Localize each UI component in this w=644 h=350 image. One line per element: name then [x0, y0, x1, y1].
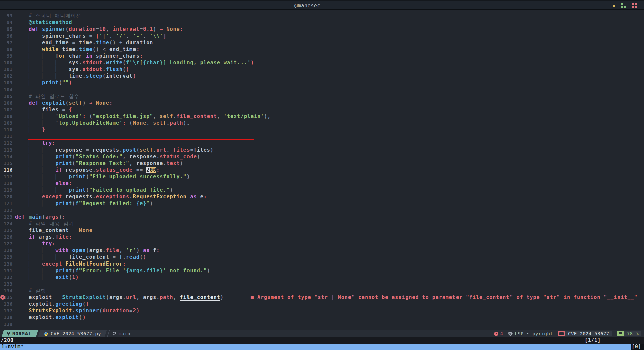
code-line[interactable]: 130 ▏ except FileNotFoundError: [0, 260, 644, 267]
code-line[interactable]: 129 ▏ ▏ ▏ file_content = f.read() [0, 254, 644, 260]
code-line[interactable]: 107 ▏ files = { [0, 106, 644, 113]
tmux-window-label: 1:nvim* [1, 344, 24, 350]
tmux-top-bar: @manesec [0, 0, 644, 10]
indent-guide: ▏ [29, 140, 32, 146]
indent-guide: ▏ [29, 66, 32, 72]
code-line[interactable]: 116 ▏ ▏ if response.status_code == 200: [0, 167, 644, 173]
diagnostic-error-sign-icon: × [0, 295, 5, 300]
code-line[interactable]: 115 ▏ ▏ print("Response Text:", response… [0, 160, 644, 167]
diagnostic-virtual-text: ■ Argument of type "str | None" cannot b… [251, 294, 638, 301]
code-line[interactable]: 135× exploit = StrutsExploit(args.url, a… [0, 294, 644, 301]
line-number: 127 [0, 240, 13, 247]
error-circle-icon: × [494, 332, 498, 336]
indent-guide: ▏ [42, 268, 45, 274]
code-line[interactable]: 119 ▏ ▏ ▏ print("Failed to upload file."… [0, 187, 644, 193]
code-line[interactable]: 122 [0, 207, 644, 214]
line-number: 93 [0, 12, 13, 19]
code-line[interactable]: 139 [0, 321, 644, 328]
line-number: 128 [0, 247, 13, 254]
code-line[interactable]: 101 ▏ ▏ ▏ sys.stdout.flush() [0, 66, 644, 73]
code-line[interactable]: 118 ▏ ▏ else: [0, 180, 644, 187]
tmux-window-active[interactable]: 1:nvim* [0, 344, 631, 350]
code-line[interactable]: 93 # 스피너 애니메이션 [0, 12, 644, 19]
code-text: if args.file: [15, 234, 72, 240]
line-number: 119 [0, 187, 13, 193]
code-line[interactable]: 100 ▏ ▏ ▏ sys.stdout.write(f'\r[{char}] … [0, 59, 644, 66]
code-text: def exploit(self) → None: [15, 100, 113, 106]
code-line[interactable]: 98 ▏ while time.time() < end_time: [0, 46, 644, 53]
tmux-session-title: @manesec [294, 3, 320, 9]
code-line[interactable]: 103 ▏ print("") [0, 79, 644, 86]
code-line[interactable]: 133 [0, 281, 644, 287]
indent-guide: ▏ [42, 120, 45, 126]
indent-guide: ▏ [29, 147, 32, 153]
code-line[interactable]: 114 ▏ ▏ print("Status Code:", response.s… [0, 153, 644, 160]
code-line[interactable]: 104 [0, 86, 644, 93]
line-number: 101 [0, 66, 13, 73]
code-line[interactable]: 126 if args.file: [0, 234, 644, 240]
line-number: 98 [0, 46, 13, 53]
indent-guide: ▏ [42, 187, 45, 193]
indent-guide: ▏ [29, 167, 32, 173]
code-line[interactable]: 110 ▏ } [0, 126, 644, 133]
code-line[interactable]: 105 # 파일 업로드 함수 [0, 93, 644, 100]
code-line[interactable]: 99 ▏ ▏ for char in spinner_chars: [0, 53, 644, 59]
code-line[interactable]: 124 # 파일 내용 읽기 [0, 220, 644, 227]
code-text: # 스피너 애니메이션 [15, 13, 82, 19]
code-area[interactable]: 93 # 스피너 애니메이션94 @staticmethod95 def spi… [0, 10, 644, 330]
code-line[interactable]: 121 ▏ ▏ print(f"Request failed: {e}") [0, 200, 644, 207]
code-line[interactable]: 111 [0, 133, 644, 140]
code-line[interactable]: 123def main(args): [0, 214, 644, 220]
code-line[interactable]: 113 ▏ ▏ response = requests.post(self.ur… [0, 147, 644, 153]
terminal-screen: @manesec 93 # 스피너 애니메이션94 @staticmethod9… [0, 0, 644, 350]
line-number: 123 [0, 214, 13, 220]
code-line[interactable]: 132 ▏ ▏ exit(1) [0, 274, 644, 281]
line-number: 107 [0, 106, 13, 113]
code-line[interactable]: 97 ▏ end_time = time.time() + duration [0, 39, 644, 46]
code-line[interactable]: 134 # 실행 [0, 287, 644, 294]
command-line[interactable]: /200 [1/1] [0, 337, 644, 344]
indent-guide: ▏ [29, 154, 32, 160]
line-number: 120 [0, 193, 13, 200]
code-line[interactable]: 109 ▏ ▏ 'top.UploadFileName': (None, sel… [0, 120, 644, 126]
code-line[interactable]: 94 @staticmethod [0, 19, 644, 26]
indent-guide: ▏ [29, 261, 32, 267]
code-line[interactable]: 128 ▏ ▏ with open(args.file, 'r') as f: [0, 247, 644, 254]
indent-guide: ▏ [29, 241, 32, 247]
code-line[interactable]: 120 ▏ except requests.exceptions.Request… [0, 193, 644, 200]
indent-guide: ▏ [55, 174, 59, 180]
line-number: 113 [0, 147, 13, 153]
code-line[interactable]: 127 ▏ try: [0, 240, 644, 247]
indent-guide: ▏ [29, 73, 32, 79]
code-text: ▏ files = { [15, 107, 72, 113]
indent-guide: ▏ [42, 147, 45, 153]
line-number: 96 [0, 33, 13, 39]
code-line[interactable]: 131 ▏ ▏ print(f"Error: File '{args.file}… [0, 267, 644, 274]
line-number: 138 [0, 314, 13, 321]
search-count: [1/1] [585, 337, 601, 344]
code-line[interactable]: 95 def spinner(duration=10, interval=0.1… [0, 26, 644, 33]
statusline-separator [107, 330, 109, 337]
code-line[interactable]: 108 ▏ ▏ 'Upload': ("exploit_file.jsp", s… [0, 113, 644, 120]
indent-guide: ▏ [29, 187, 32, 193]
code-line[interactable]: 138 exploit.exploit() [0, 314, 644, 321]
indent-guide: ▏ [42, 247, 45, 253]
line-number: 95 [0, 26, 13, 33]
code-line[interactable]: 106 def exploit(self) → None: [0, 100, 644, 106]
python-icon [44, 331, 49, 336]
lsp-label: LSP ~ pyright [515, 331, 553, 336]
line-number: 94 [0, 19, 13, 26]
progress-label: 78 % [624, 331, 641, 336]
line-number: 139 [0, 321, 13, 328]
code-line[interactable]: 96 ▏ spinner_chars = ['|', '/', '-', '\\… [0, 33, 644, 39]
code-text: ▏ end_time = time.time() + duration [15, 40, 153, 46]
code-line[interactable]: 112 ▏ try: [0, 140, 644, 147]
code-line[interactable]: 102 ▏ ▏ ▏ time.sleep(interval) [0, 73, 644, 79]
code-text: StrutsExploit.spinner(duration=2) [15, 308, 140, 314]
code-line[interactable]: 136 exploit.greeting() [0, 301, 644, 307]
code-line[interactable]: 125 file_content = None [0, 227, 644, 234]
code-line[interactable]: 137 StrutsExploit.spinner(duration=2) [0, 307, 644, 314]
code-line[interactable]: 117 ▏ ▏ ▏ print("File uploaded successfu… [0, 173, 644, 180]
tmux-session-indicator: [0] [632, 344, 641, 350]
tmux-top-icons [613, 1, 637, 11]
